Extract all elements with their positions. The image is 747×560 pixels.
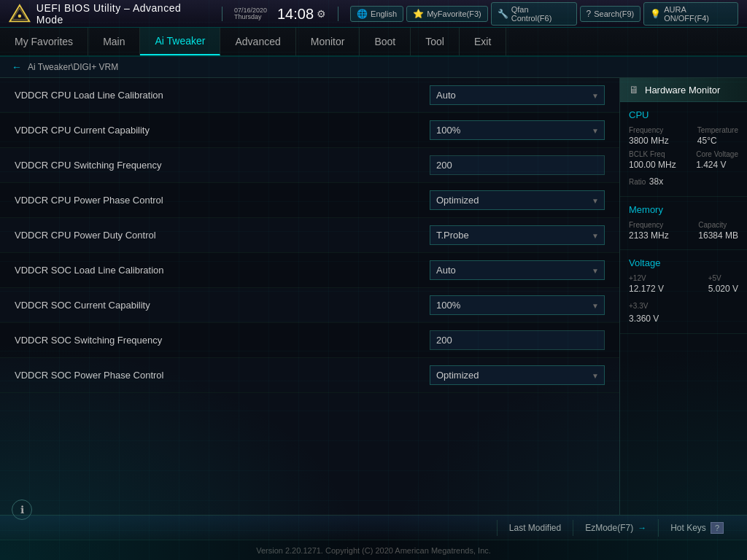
setting-label-7: VDDCR SOC Switching Frequency (15, 335, 430, 346)
aura-button[interactable]: 💡 AURA ON/OFF(F4) (643, 2, 738, 26)
day-text: Thursday (234, 13, 262, 20)
hw-cpu-temp-label: Temperature (697, 126, 738, 134)
time-area: 14:08 ⚙ (277, 7, 326, 21)
setting-row-8: VDDCR SOC Power Phase Control Auto Optim… (0, 358, 619, 393)
aura-label: AURA ON/OFF(F4) (664, 5, 732, 23)
aura-icon: 💡 (650, 9, 661, 19)
footer: Version 2.20.1271. Copyright (C) 2020 Am… (0, 540, 747, 560)
hw-mem-freq-value: 2133 MHz (629, 230, 669, 241)
breadcrumb-text: Ai Tweaker\DIGI+ VRM (28, 62, 118, 72)
hw-bclk-label: BCLK Freq (629, 150, 676, 158)
input-cpu-switching-freq[interactable] (430, 155, 605, 175)
hw-v5-label: +5V (708, 274, 738, 282)
setting-control-1[interactable]: 100% 110%120%130%140% (430, 120, 605, 140)
hw-v33-value: 3.360 V (629, 314, 659, 324)
search-icon: ? (587, 9, 592, 19)
setting-row-6: VDDCR SOC Current Capability 100% 110%12… (0, 288, 619, 323)
tab-my-favorites[interactable]: My Favorites (0, 28, 88, 55)
hw-mem-cap-col: Capacity 16384 MB (698, 221, 738, 241)
hw-mem-cap-label: Capacity (698, 221, 738, 229)
setting-control-0[interactable]: Auto Level 1Level 2Level 3 Level 4Level … (430, 85, 605, 105)
tab-monitor[interactable]: Monitor (296, 28, 360, 55)
hw-v33-label: +3.3V (629, 302, 648, 310)
tab-exit[interactable]: Exit (460, 28, 506, 55)
select-soc-load-line[interactable]: Auto Level 1Level 2Level 3 Level 4Level … (430, 260, 605, 280)
hw-bclk-col: BCLK Freq 100.00 MHz (629, 150, 676, 170)
hw-section-voltage: Voltage +12V 12.172 V +5V 5.020 V +3.3V … (620, 250, 747, 334)
hot-keys-button[interactable]: Hot Keys ? (658, 519, 735, 537)
content-area: VDDCR CPU Load Line Calibration Auto Lev… (0, 78, 747, 515)
topbar-divider-2 (338, 7, 338, 21)
hw-cpu-ratio: Ratio 38x (629, 174, 738, 187)
hw-v5-value: 5.020 V (708, 284, 738, 294)
hw-cpu-freq-label: Frequency (629, 126, 669, 134)
language-label: English (371, 9, 397, 18)
select-cpu-power-phase[interactable]: Auto Optimized ExtremeManual (430, 190, 605, 210)
ez-mode-button[interactable]: EzMode(F7) → (573, 520, 658, 536)
hw-ratio-label: Ratio (629, 178, 646, 186)
last-modified-button[interactable]: Last Modified (497, 520, 573, 536)
ez-mode-arrow-icon: → (638, 523, 646, 533)
myfavorite-button[interactable]: ⭐ MyFavorite(F3) (406, 6, 488, 22)
setting-control-6[interactable]: 100% 110%120%130%140% (430, 295, 605, 315)
monitor-icon: 🖥 (629, 84, 639, 96)
tab-main[interactable]: Main (88, 28, 140, 55)
hw-mem-cap-value: 16384 MB (698, 230, 738, 241)
hw-voltage-title: Voltage (629, 257, 738, 268)
last-modified-label: Last Modified (509, 523, 561, 533)
select-cpu-load-line[interactable]: Auto Level 1Level 2Level 3 Level 4Level … (430, 85, 605, 105)
input-soc-switching-freq[interactable] (430, 330, 605, 350)
topbar: UEFI BIOS Utility – Advanced Mode 07/16/… (0, 0, 747, 28)
hw-core-volt-col: Core Voltage 1.424 V (696, 150, 738, 170)
hw-volt-row-1: +12V 12.172 V +5V 5.020 V (629, 274, 738, 294)
fan-icon: 🔧 (498, 9, 508, 19)
setting-label-8: VDDCR SOC Power Phase Control (15, 370, 430, 381)
select-cpu-current[interactable]: 100% 110%120%130%140% (430, 120, 605, 140)
settings-gear-icon[interactable]: ⚙ (317, 8, 326, 20)
qfan-button[interactable]: 🔧 Qfan Control(F6) (491, 2, 577, 26)
tab-ai-tweaker[interactable]: Ai Tweaker (140, 28, 220, 55)
hw-section-memory: Memory Frequency 2133 MHz Capacity 16384… (620, 197, 747, 250)
hw-cpu-freq-col: Frequency 3800 MHz (629, 126, 669, 146)
question-icon: ? (711, 522, 724, 534)
setting-control-3[interactable]: Auto Optimized ExtremeManual (430, 190, 605, 210)
hw-v33: +3.3V 3.360 V (629, 298, 738, 324)
hw-mem-freq-col: Frequency 2133 MHz (629, 221, 669, 241)
hw-v12-value: 12.172 V (629, 284, 664, 294)
time-text: 14:08 (277, 7, 314, 21)
select-soc-power-phase[interactable]: Auto Optimized ExtremeManual (430, 365, 605, 385)
search-button[interactable]: ? Search(F9) (580, 6, 641, 22)
select-soc-current[interactable]: 100% 110%120%130%140% (430, 295, 605, 315)
setting-control-5[interactable]: Auto Level 1Level 2Level 3 Level 4Level … (430, 260, 605, 280)
info-button[interactable]: ℹ (12, 499, 32, 520)
breadcrumb-back-icon[interactable]: ← (12, 61, 22, 73)
hw-memory-title: Memory (629, 204, 738, 215)
tab-boot[interactable]: Boot (360, 28, 411, 55)
globe-icon: 🌐 (357, 9, 368, 19)
hw-cpu-temp-value: 45°C (697, 136, 738, 146)
hw-cpu-row-1: Frequency 3800 MHz Temperature 45°C (629, 126, 738, 146)
setting-control-8[interactable]: Auto Optimized ExtremeManual (430, 365, 605, 385)
star-icon: ⭐ (413, 9, 424, 19)
setting-row-1: VDDCR CPU Current Capability 100% 110%12… (0, 113, 619, 148)
hw-section-cpu: CPU Frequency 3800 MHz Temperature 45°C … (620, 102, 747, 197)
select-cpu-duty-control[interactable]: T.Probe Extreme (430, 225, 605, 245)
tab-advanced[interactable]: Advanced (220, 28, 295, 55)
hw-monitor-title: Hardware Monitor (645, 85, 720, 96)
tab-tool[interactable]: Tool (411, 28, 460, 55)
hw-v5-col: +5V 5.020 V (708, 274, 738, 294)
myfavorite-label: MyFavorite(F3) (427, 9, 481, 18)
topbar-divider-1 (222, 7, 222, 21)
language-button[interactable]: 🌐 English (350, 6, 403, 22)
hw-cpu-row-2: BCLK Freq 100.00 MHz Core Voltage 1.424 … (629, 150, 738, 170)
breadcrumb: ← Ai Tweaker\DIGI+ VRM (0, 57, 747, 78)
hw-mem-freq-label: Frequency (629, 221, 669, 229)
hw-v12-label: +12V (629, 274, 664, 282)
hw-core-volt-label: Core Voltage (696, 150, 738, 158)
setting-row-0: VDDCR CPU Load Line Calibration Auto Lev… (0, 78, 619, 113)
bios-title: UEFI BIOS Utility – Advanced Mode (36, 2, 210, 26)
setting-label-6: VDDCR SOC Current Capability (15, 300, 430, 311)
setting-label-5: VDDCR SOC Load Line Calibration (15, 265, 430, 276)
setting-row-7: VDDCR SOC Switching Frequency (0, 323, 619, 358)
setting-control-4[interactable]: T.Probe Extreme (430, 225, 605, 245)
